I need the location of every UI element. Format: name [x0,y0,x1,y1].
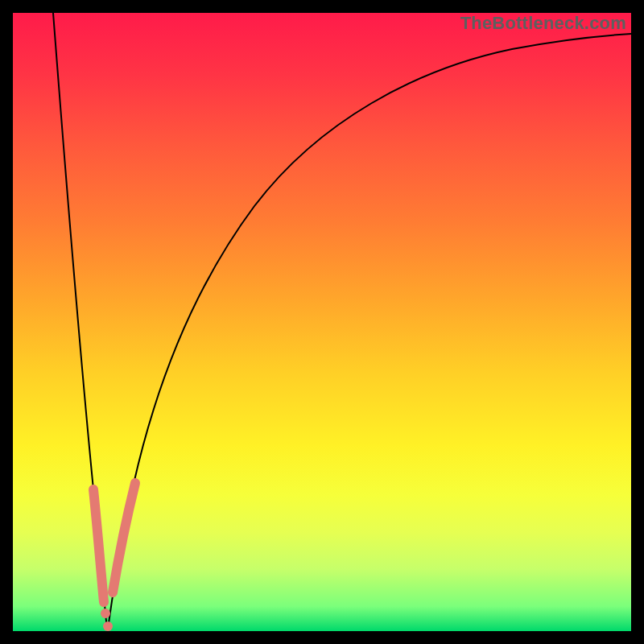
marker-dot-mid [101,609,110,618]
chart-svg [13,13,631,631]
marker-dot-bottom [103,621,113,631]
curve-right-branch [108,34,631,630]
marker-left-cluster [93,489,104,602]
chart-stage: TheBottleneck.com [0,0,644,644]
plot-area: TheBottleneck.com [13,13,631,631]
marker-right-cluster [113,483,135,592]
